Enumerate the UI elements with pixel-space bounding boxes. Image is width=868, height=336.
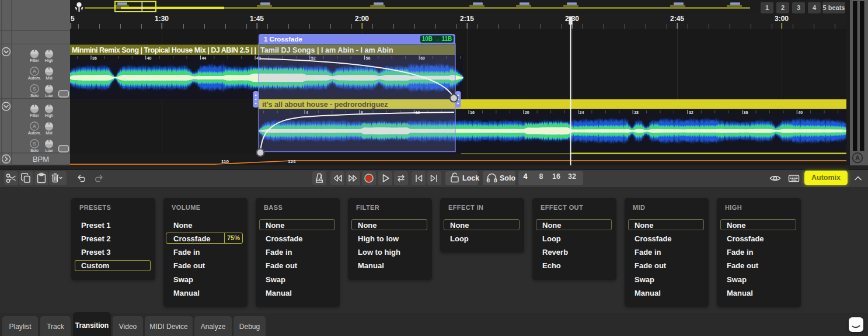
svg-text:Mid: Mid: [46, 131, 52, 135]
svg-text:44: 44: [201, 56, 206, 60]
svg-text:BPM: BPM: [33, 155, 49, 164]
svg-text:20: 20: [525, 110, 529, 115]
svg-text:S: S: [33, 86, 36, 92]
svg-text:A: A: [33, 123, 37, 129]
svg-text:16: 16: [470, 110, 475, 115]
svg-text:32: 32: [689, 110, 693, 115]
svg-text:110: 110: [221, 159, 229, 164]
svg-text:1: 1: [765, 4, 769, 11]
svg-text:Filter: Filter: [30, 113, 39, 117]
svg-text:3:00: 3:00: [775, 15, 789, 23]
svg-text:4: 4: [813, 4, 817, 11]
svg-text:36: 36: [92, 56, 97, 60]
svg-text:Autom.: Autom.: [28, 131, 41, 135]
svg-text:Autom.: Autom.: [28, 76, 41, 80]
svg-text:Filter: Filter: [30, 58, 39, 63]
svg-text:1:45: 1:45: [250, 15, 264, 23]
svg-text:40: 40: [798, 110, 803, 115]
svg-text:2:45: 2:45: [670, 15, 684, 23]
svg-text:1:30: 1:30: [155, 15, 169, 23]
svg-text:A: A: [855, 154, 860, 161]
svg-text:Minmini Remix Song | Tropical: Minmini Remix Song | Tropical House Mix …: [72, 46, 256, 54]
svg-text:High: High: [45, 58, 54, 63]
svg-text:Mid: Mid: [46, 76, 52, 80]
svg-text:124: 124: [288, 159, 296, 164]
svg-text:2:00: 2:00: [355, 15, 369, 23]
svg-text:A: A: [33, 68, 37, 74]
svg-text:High: High: [45, 113, 54, 118]
svg-text:Low: Low: [46, 93, 54, 98]
svg-text:Solo: Solo: [30, 93, 39, 98]
svg-text:5 beats: 5 beats: [823, 4, 845, 11]
svg-text:3: 3: [797, 4, 800, 11]
svg-text:2:15: 2:15: [460, 15, 474, 23]
svg-text:36: 36: [744, 110, 748, 115]
svg-text:Low: Low: [46, 148, 54, 153]
svg-text:1 Crossfade: 1 Crossfade: [264, 36, 302, 43]
svg-text:5: 5: [71, 15, 75, 23]
svg-text:40: 40: [147, 56, 152, 60]
svg-text:24: 24: [580, 110, 584, 115]
svg-text:Solo: Solo: [30, 148, 39, 153]
svg-text:28: 28: [634, 110, 639, 115]
svg-text:S: S: [33, 141, 36, 147]
svg-text:2: 2: [781, 4, 785, 11]
svg-text:10B → 11B: 10B → 11B: [422, 36, 452, 42]
